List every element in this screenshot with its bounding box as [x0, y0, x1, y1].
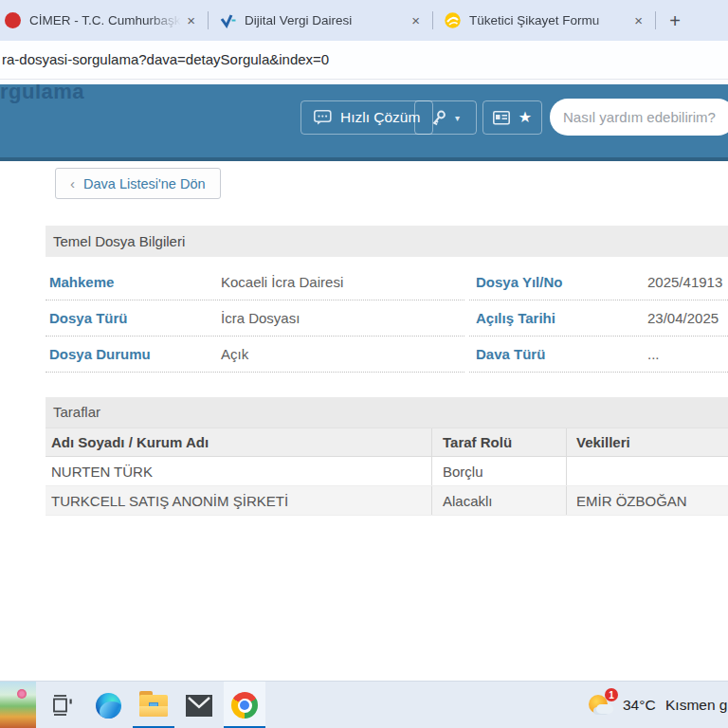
field-value: ...: [647, 346, 660, 362]
file-explorer-icon: [139, 695, 168, 717]
back-button-label: Dava Listesi'ne Dön: [83, 176, 206, 191]
parties-table: Adı Soyadı / Kurum Adı Taraf Rolü Vekill…: [46, 428, 728, 516]
mail-icon: [186, 695, 212, 717]
tab-cimer[interactable]: CİMER - T.C. Cumhurbaşkanlığı ×: [0, 0, 207, 41]
quick-solution-label: Hızlı Çözüm: [340, 109, 420, 126]
tab-vergi[interactable]: Dijital Vergi Dairesi ×: [209, 0, 431, 41]
notification-badge: 1: [605, 688, 618, 701]
edge-taskbar-button[interactable]: [87, 682, 129, 728]
windows-taskbar: 1 34°C Kısmen güne: [0, 681, 728, 728]
cimer-favicon-icon: [5, 12, 21, 28]
parties-table-header: Adı Soyadı / Kurum Adı Taraf Rolü Vekill…: [46, 428, 728, 457]
field-value: Açık: [221, 346, 248, 362]
party-name: TURKCELL SATIŞ ANONİM ŞİRKETİ: [46, 486, 431, 515]
close-tab-icon[interactable]: ×: [187, 13, 195, 27]
weather-widget[interactable]: 1: [583, 682, 621, 728]
table-row[interactable]: TURKCELL SATIŞ ANONİM ŞİRKETİ Alacaklı E…: [46, 486, 728, 516]
table-row[interactable]: NURTEN TÜRK Borçlu: [46, 457, 728, 486]
section-title-parties: Taraflar: [46, 397, 728, 428]
search-highlights-icon[interactable]: [0, 682, 36, 728]
column-header-attorneys: Vekilleri: [566, 428, 728, 456]
back-to-case-list-button[interactable]: ‹ Dava Listesi'ne Dön: [55, 168, 221, 199]
case-detail-panel: ‹ Dava Listesi'ne Dön Temel Dosya Bilgil…: [0, 161, 728, 681]
partly-sunny-icon: 1: [589, 693, 615, 718]
field-label: Dosya Türü: [46, 310, 221, 326]
mail-taskbar-button[interactable]: [178, 682, 220, 728]
field-value: 23/04/2025: [647, 310, 719, 326]
tools-dropdown-button[interactable]: ▾: [414, 100, 477, 135]
chevron-down-icon: ▾: [455, 113, 460, 123]
chrome-taskbar-button[interactable]: [224, 682, 265, 728]
field-label: Açılış Tarihi: [469, 310, 647, 326]
field-label: Dosya Yıl/No: [469, 274, 647, 290]
tab-separator: [655, 11, 656, 29]
vergi-favicon-icon: [220, 12, 236, 28]
tab-separator: [208, 11, 209, 29]
party-attorneys: EMİR ÖZBOĞAN: [566, 486, 728, 515]
file-info-right-column: Dosya Yıl/No 2025/41913 Açılış Tarihi 23…: [469, 264, 728, 373]
key-icon: [431, 110, 446, 126]
field-row-dosya-turu: Dosya Türü İcra Dosyası: [46, 300, 464, 337]
tab-sikayet[interactable]: Tüketici Şikayet Formu ×: [434, 0, 654, 41]
party-role: Alacaklı: [431, 486, 566, 515]
new-tab-button[interactable]: +: [662, 8, 688, 34]
party-role: Borçlu: [431, 457, 566, 485]
address-bar[interactable]: ra-dosyasi-sorgulama?dava=detaySorgula&i…: [0, 41, 728, 80]
field-label: Dava Türü: [469, 346, 647, 362]
section-title-file-info: Temel Dosya Bilgileri: [46, 226, 728, 257]
star-icon: ★: [519, 110, 532, 125]
tab-title: Dijital Vergi Dairesi: [245, 13, 406, 27]
sikayet-favicon-icon: [445, 12, 461, 28]
id-card-icon: [493, 111, 510, 125]
field-value: 2025/41913: [647, 274, 722, 290]
party-attorneys: [566, 457, 728, 485]
help-search[interactable]: [550, 99, 728, 136]
task-view-button[interactable]: [42, 682, 83, 728]
field-row-dava-turu: Dava Türü ...: [469, 337, 728, 373]
column-header-role: Taraf Rolü: [431, 428, 566, 456]
chevron-left-icon: ‹: [70, 175, 75, 191]
task-view-icon: [50, 693, 75, 718]
weather-condition[interactable]: Kısmen güne: [665, 682, 728, 728]
field-value: İcra Dosyası: [221, 310, 300, 326]
screen: CİMER - T.C. Cumhurbaşkanlığı × Dijital …: [0, 0, 728, 728]
chrome-icon: [231, 692, 258, 719]
field-value: Kocaeli İcra Dairesi: [221, 274, 343, 290]
help-search-input[interactable]: [550, 99, 728, 136]
party-name: NURTEN TÜRK: [46, 457, 431, 485]
close-tab-icon[interactable]: ×: [634, 13, 643, 27]
file-info-left-column: Mahkeme Kocaeli İcra Dairesi Dosya Türü …: [46, 264, 464, 373]
tab-title: CİMER - T.C. Cumhurbaşkanlığı: [29, 13, 181, 27]
field-label: Dosya Durumu: [46, 346, 221, 362]
site-header: rgulama Hızlı Çözüm ▾ ★: [0, 84, 728, 157]
page-title-clipped: rgulama: [0, 84, 84, 104]
browser-tab-strip: CİMER - T.C. Cumhurbaşkanlığı × Dijital …: [0, 0, 728, 41]
url-text: ra-dosyasi-sorgulama?dava=detaySorgula&i…: [2, 41, 329, 79]
tab-separator: [432, 11, 433, 29]
close-tab-icon[interactable]: ×: [411, 13, 420, 27]
field-row-dosya-yil-no: Dosya Yıl/No 2025/41913: [469, 264, 728, 300]
field-row-dosya-durumu: Dosya Durumu Açık: [46, 337, 464, 373]
field-label: Mahkeme: [46, 274, 221, 290]
field-row-mahkeme: Mahkeme Kocaeli İcra Dairesi: [46, 264, 464, 300]
chat-bubble-icon: [314, 110, 332, 125]
edge-icon: [96, 693, 121, 719]
column-header-name: Adı Soyadı / Kurum Adı: [46, 428, 431, 456]
file-explorer-taskbar-button[interactable]: [133, 682, 174, 728]
field-row-acilis-tarihi: Açılış Tarihi 23/04/2025: [469, 300, 728, 337]
weather-temperature[interactable]: 34°C: [623, 682, 656, 728]
profile-favorites-button[interactable]: ★: [482, 100, 542, 135]
tab-title: Tüketici Şikayet Formu: [469, 13, 628, 27]
